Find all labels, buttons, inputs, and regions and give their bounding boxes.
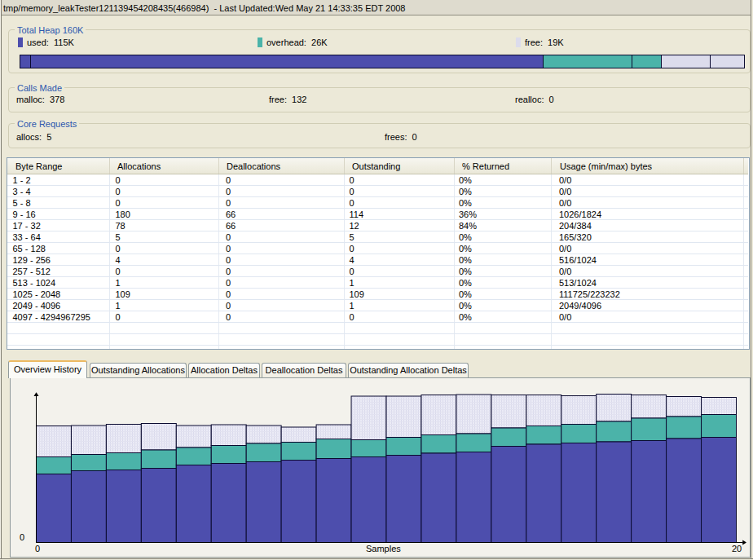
svg-text:0: 0 <box>35 544 40 553</box>
svg-text:20: 20 <box>732 544 742 553</box>
svg-text:0: 0 <box>20 532 24 542</box>
svg-text:Samples: Samples <box>366 544 401 553</box>
